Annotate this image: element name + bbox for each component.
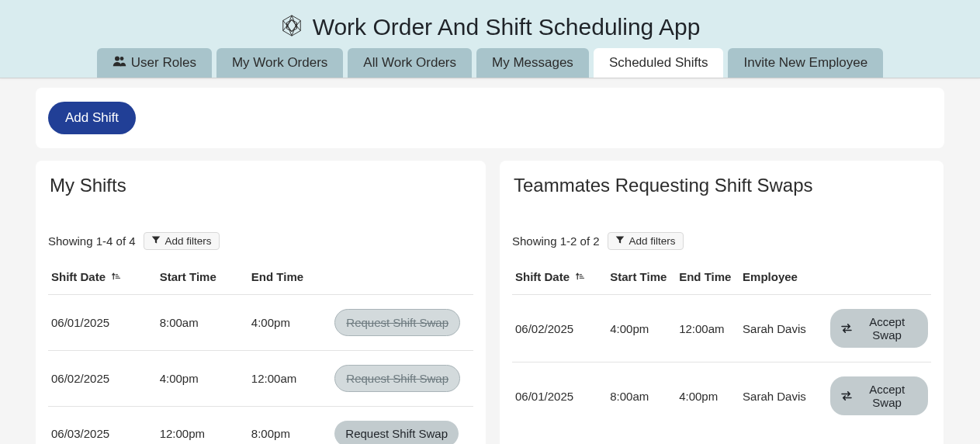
cell-date: 06/02/2025 — [512, 295, 607, 362]
panels-row: My Shifts Showing 1-4 of 4 Add filters S… — [36, 161, 944, 444]
table-row: 06/01/2025 8:00am 4:00pm Request Shift S… — [48, 295, 473, 351]
panel-title: Teammates Requesting Shift Swaps — [514, 175, 931, 196]
col-shift-date[interactable]: Shift Date — [512, 259, 607, 295]
cell-start: 8:00am — [607, 362, 676, 430]
tab-all-work-orders[interactable]: All Work Orders — [348, 48, 472, 78]
tab-scheduled-shifts[interactable]: Scheduled Shifts — [594, 48, 724, 78]
svg-marker-1 — [286, 20, 296, 32]
cell-action: Request Shift Swap — [331, 295, 473, 351]
svg-point-10 — [115, 57, 119, 61]
swap-arrows-icon — [841, 322, 852, 335]
app-logo-icon — [280, 14, 303, 40]
request-swap-button[interactable]: Request Shift Swap — [334, 421, 459, 444]
table-row: 06/01/2025 8:00am 4:00pm Sarah Davis Acc… — [512, 362, 931, 430]
tab-my-work-orders[interactable]: My Work Orders — [216, 48, 343, 78]
cell-end: 4:00pm — [248, 295, 331, 351]
cell-end: 4:00pm — [676, 362, 739, 430]
col-start-time[interactable]: Start Time — [157, 259, 248, 295]
users-icon — [113, 55, 126, 71]
tab-label: My Messages — [492, 55, 573, 71]
cell-end: 12:00am — [248, 351, 331, 407]
result-count: Showing 1-4 of 4 — [48, 234, 136, 248]
col-end-time[interactable]: End Time — [676, 259, 739, 295]
filter-label: Add filters — [629, 235, 676, 247]
cell-action: Request Shift Swap — [331, 351, 473, 407]
result-count: Showing 1-2 of 2 — [512, 234, 600, 248]
sort-asc-icon — [112, 270, 121, 283]
col-action — [827, 259, 931, 295]
add-shift-button[interactable]: Add Shift — [48, 102, 136, 134]
tab-label: Scheduled Shifts — [609, 55, 708, 71]
cell-date: 06/01/2025 — [512, 362, 607, 430]
cell-end: 12:00am — [676, 295, 739, 362]
col-shift-date[interactable]: Shift Date — [48, 259, 157, 295]
teammate-swaps-panel: Teammates Requesting Shift Swaps Showing… — [500, 161, 944, 444]
request-swap-button: Request Shift Swap — [334, 365, 460, 392]
swap-arrows-icon — [841, 390, 852, 403]
filter-icon — [151, 235, 161, 247]
request-swap-button: Request Shift Swap — [334, 309, 460, 336]
sort-asc-icon — [576, 270, 585, 283]
add-filters-button[interactable]: Add filters — [608, 232, 684, 250]
tab-label: My Work Orders — [232, 55, 327, 71]
cell-start: 4:00pm — [607, 295, 676, 362]
tab-label: User Roles — [131, 55, 196, 71]
cell-date: 06/03/2025 — [48, 407, 157, 445]
tab-user-roles[interactable]: User Roles — [97, 48, 212, 78]
title-bar: Work Order And Shift Scheduling App — [0, 0, 980, 48]
tab-label: Invite New Employee — [743, 55, 867, 71]
filter-label: Add filters — [165, 235, 212, 247]
cell-action: Accept Swap — [827, 362, 931, 430]
filter-icon — [615, 235, 625, 247]
table-row: 06/03/2025 12:00pm 8:00pm Request Shift … — [48, 407, 473, 445]
cell-start: 8:00am — [157, 295, 248, 351]
page-content: Add Shift My Shifts Showing 1-4 of 4 Add… — [0, 78, 980, 444]
teammate-swaps-table: Shift Date Start Time End Time Employee — [512, 259, 931, 429]
table-row: 06/02/2025 4:00pm 12:00am Sarah Davis Ac… — [512, 295, 931, 362]
my-shifts-table: Shift Date Start Time End Time 06/01/202… — [48, 259, 473, 444]
cell-action: Request Shift Swap — [331, 407, 473, 445]
cell-start: 4:00pm — [157, 351, 248, 407]
svg-marker-0 — [282, 16, 300, 36]
my-shifts-panel: My Shifts Showing 1-4 of 4 Add filters S… — [36, 161, 486, 444]
cell-start: 12:00pm — [157, 407, 248, 445]
accept-label: Accept Swap — [857, 383, 917, 409]
nav-tabs: User Roles My Work Orders All Work Order… — [0, 48, 980, 78]
tab-label: All Work Orders — [363, 55, 456, 71]
accept-swap-button[interactable]: Accept Swap — [830, 309, 928, 348]
svg-point-11 — [119, 57, 123, 61]
table-row: 06/02/2025 4:00pm 12:00am Request Shift … — [48, 351, 473, 407]
tab-my-messages[interactable]: My Messages — [476, 48, 589, 78]
cell-date: 06/01/2025 — [48, 295, 157, 351]
cell-date: 06/02/2025 — [48, 351, 157, 407]
cell-employee: Sarah Davis — [739, 295, 827, 362]
col-end-time[interactable]: End Time — [248, 259, 331, 295]
accept-label: Accept Swap — [857, 315, 917, 342]
app-header: Work Order And Shift Scheduling App User… — [0, 0, 980, 78]
tab-invite-new-employee[interactable]: Invite New Employee — [728, 48, 883, 78]
cell-action: Accept Swap — [827, 295, 931, 362]
panel-title: My Shifts — [50, 175, 473, 196]
col-employee[interactable]: Employee — [739, 259, 827, 295]
cell-end: 8:00pm — [248, 407, 331, 445]
col-start-time[interactable]: Start Time — [607, 259, 676, 295]
app-title: Work Order And Shift Scheduling App — [313, 14, 701, 40]
add-filters-button[interactable]: Add filters — [144, 232, 220, 250]
col-action — [331, 259, 473, 295]
result-bar: Showing 1-2 of 2 Add filters — [512, 232, 931, 250]
result-bar: Showing 1-4 of 4 Add filters — [48, 232, 473, 250]
toolbar-card: Add Shift — [36, 88, 944, 148]
accept-swap-button[interactable]: Accept Swap — [830, 376, 928, 415]
cell-employee: Sarah Davis — [739, 362, 827, 430]
